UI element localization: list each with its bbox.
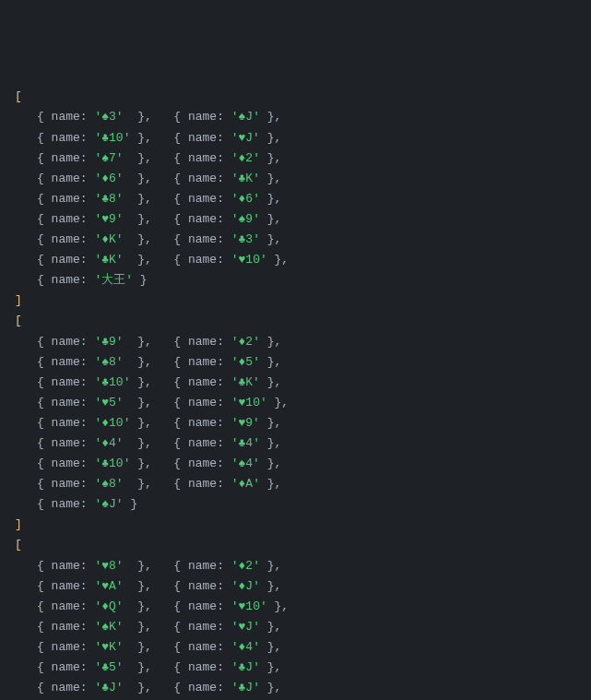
punct: :: [80, 579, 95, 593]
punct: ,: [275, 335, 282, 349]
brace: }: [260, 559, 275, 573]
punct: :: [80, 477, 95, 491]
punct: :: [80, 192, 95, 206]
brace: }: [267, 396, 282, 409]
object-key: name: [188, 416, 217, 430]
brace: }: [130, 457, 145, 470]
object-key: name: [52, 436, 80, 450]
object-key: name: [188, 335, 217, 349]
brace: {: [37, 192, 52, 206]
object-key: name: [188, 355, 217, 369]
punct: ,: [275, 477, 282, 491]
brace: }: [130, 477, 145, 491]
string-value: '♠J': [231, 110, 260, 124]
string-value: '♠J': [94, 497, 123, 511]
code-line: { name: '♣J' }, { name: '♣J' },: [7, 678, 584, 698]
bracket: ]: [15, 517, 22, 531]
string-value: '♦10': [94, 416, 130, 430]
code-line: { name: '♣9' }, { name: '♦2' },: [7, 332, 584, 352]
string-value: '♠9': [231, 212, 260, 226]
punct: ,: [275, 416, 282, 430]
object-key: name: [52, 579, 80, 593]
brace: }: [260, 212, 275, 226]
punct: ,: [145, 110, 152, 124]
object-key: name: [52, 273, 80, 287]
brace: {: [173, 457, 188, 470]
string-value: '♣J': [94, 681, 123, 694]
object-key: name: [188, 457, 217, 470]
punct: :: [80, 640, 95, 654]
string-value: '♣J': [231, 681, 260, 694]
string-value: '♦J': [231, 579, 260, 593]
punct: :: [80, 559, 95, 573]
string-value: '大王': [94, 273, 133, 287]
code-line: { name: '♠8' }, { name: '♦A' },: [7, 474, 584, 494]
brace: }: [130, 375, 145, 389]
code-line: ]: [7, 515, 584, 535]
punct: :: [217, 335, 231, 349]
brace: {: [173, 660, 188, 674]
punct: :: [217, 416, 231, 430]
punct: ,: [145, 681, 152, 694]
punct: ,: [145, 579, 152, 593]
punct: ,: [145, 416, 152, 430]
punct: :: [217, 559, 231, 573]
string-value: '♦A': [231, 477, 260, 491]
bracket: [: [15, 314, 22, 327]
brace: {: [37, 660, 52, 674]
punct: :: [217, 599, 231, 613]
brace: {: [37, 355, 52, 369]
brace: }: [130, 681, 145, 694]
object-key: name: [52, 192, 80, 206]
string-value: '♣4': [231, 436, 260, 450]
punct: :: [80, 599, 95, 613]
punct: :: [80, 681, 95, 694]
brace: {: [37, 477, 52, 491]
punct: :: [217, 131, 231, 145]
brace: }: [260, 151, 275, 165]
punct: ,: [275, 559, 282, 573]
code-line: [: [7, 87, 584, 107]
string-value: '♥J': [231, 131, 260, 145]
punct: ,: [275, 131, 282, 145]
brace: {: [173, 335, 188, 349]
object-key: name: [52, 640, 80, 654]
punct: :: [217, 192, 231, 206]
string-value: '♣9': [94, 335, 123, 349]
string-value: '♥8': [94, 559, 123, 573]
object-key: name: [188, 660, 217, 674]
string-value: '♣K': [231, 375, 260, 389]
string-value: '♦K': [94, 232, 123, 246]
string-value: '♦4': [231, 640, 260, 654]
punct: ,: [145, 660, 152, 674]
punct: :: [80, 497, 95, 511]
brace: }: [260, 375, 275, 389]
code-line: { name: '♦K' }, { name: '♣3' },: [7, 230, 584, 250]
brace: }: [130, 396, 145, 409]
code-line: { name: '♣K' }, { name: '♥10' },: [7, 250, 584, 270]
object-key: name: [52, 131, 80, 145]
code-line: { name: '♦10' }, { name: '♥9' },: [7, 413, 584, 433]
string-value: '♦Q': [94, 599, 123, 613]
brace: }: [130, 212, 145, 226]
punct: :: [217, 110, 231, 124]
code-line: { name: '♠7' }, { name: '♦2' },: [7, 148, 584, 169]
brace: }: [260, 355, 275, 369]
object-key: name: [52, 172, 80, 185]
code-line: { name: '♣5' }, { name: '♣J' },: [7, 658, 584, 678]
punct: ,: [275, 436, 282, 450]
object-key: name: [52, 620, 80, 634]
punct: :: [217, 172, 231, 185]
brace: {: [173, 192, 188, 206]
object-key: name: [52, 375, 80, 389]
brace: {: [37, 375, 52, 389]
punct: ,: [275, 212, 282, 226]
brace: }: [260, 660, 275, 674]
brace: {: [37, 599, 52, 613]
brace: {: [37, 273, 52, 287]
code-line: [: [7, 535, 584, 555]
brace: {: [173, 477, 188, 491]
punct: :: [217, 212, 231, 226]
brace: {: [37, 253, 52, 267]
punct: :: [217, 375, 231, 389]
